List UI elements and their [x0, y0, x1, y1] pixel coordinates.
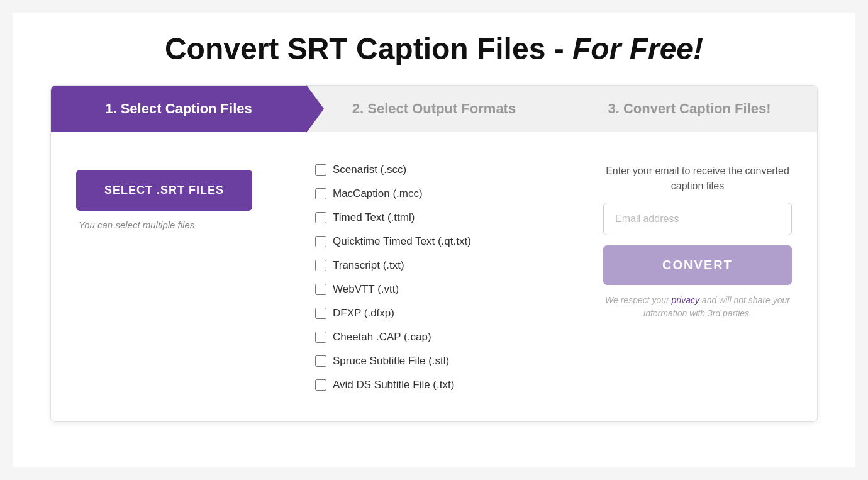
- convert-column: Enter your email to receive the converte…: [603, 157, 792, 403]
- select-hint: You can select multiple files: [79, 220, 194, 230]
- label-ttml[interactable]: Timed Text (.ttml): [333, 211, 415, 224]
- format-mcc: MacCaption (.mcc): [315, 187, 578, 200]
- content-area: SELECT .SRT FILES You can select multipl…: [51, 151, 817, 403]
- label-qt[interactable]: Quicktime Timed Text (.qt.txt): [333, 235, 471, 248]
- label-dfxp[interactable]: DFXP (.dfxp): [333, 307, 394, 320]
- select-files-column: SELECT .SRT FILES You can select multipl…: [76, 157, 290, 403]
- select-srt-files-button[interactable]: SELECT .SRT FILES: [76, 170, 252, 211]
- label-stl[interactable]: Spruce Subtitle File (.stl): [333, 355, 449, 367]
- format-avids: Avid DS Subtitle File (.txt): [315, 379, 578, 391]
- page-wrapper: 1. Select Caption Files Convert SRT Capt…: [13, 13, 855, 467]
- label-txt[interactable]: Transcript (.txt): [333, 259, 404, 272]
- convert-button[interactable]: CONVERT: [603, 245, 792, 285]
- format-vtt: WebVTT (.vtt): [315, 283, 578, 296]
- step-2[interactable]: 2. Select Output Formats: [306, 86, 562, 132]
- checkbox-dfxp[interactable]: [315, 308, 326, 319]
- checkbox-vtt[interactable]: [315, 284, 326, 295]
- checkbox-scc[interactable]: [315, 164, 326, 176]
- step-1[interactable]: 1. Select Caption Files: [51, 86, 306, 132]
- step-3[interactable]: 3. Convert Caption Files!: [562, 86, 817, 132]
- email-input[interactable]: [603, 203, 792, 235]
- steps-bar: 1. Select Caption Files 2. Select Output…: [51, 86, 817, 132]
- format-qt: Quicktime Timed Text (.qt.txt): [315, 235, 578, 248]
- label-cap[interactable]: Cheetah .CAP (.cap): [333, 331, 431, 343]
- label-scc[interactable]: Scenarist (.scc): [333, 164, 406, 176]
- privacy-note: We respect your privacy and will not sha…: [603, 294, 792, 320]
- output-formats-column: Scenarist (.scc) MacCaption (.mcc) Timed…: [315, 157, 578, 403]
- checkbox-txt[interactable]: [315, 260, 326, 271]
- email-description: Enter your email to receive the converte…: [603, 164, 792, 194]
- checkbox-cap[interactable]: [315, 332, 326, 343]
- format-cap: Cheetah .CAP (.cap): [315, 331, 578, 343]
- label-mcc[interactable]: MacCaption (.mcc): [333, 187, 423, 200]
- checkbox-stl[interactable]: [315, 355, 326, 367]
- format-scc: Scenarist (.scc): [315, 164, 578, 176]
- main-card: 1. Select Caption Files 2. Select Output…: [50, 85, 818, 422]
- format-txt: Transcript (.txt): [315, 259, 578, 272]
- privacy-link[interactable]: privacy: [672, 295, 699, 305]
- page-title: 1. Select Caption Files Convert SRT Capt…: [50, 31, 818, 66]
- format-dfxp: DFXP (.dfxp): [315, 307, 578, 320]
- format-stl: Spruce Subtitle File (.stl): [315, 355, 578, 367]
- checkbox-mcc[interactable]: [315, 188, 326, 199]
- format-ttml: Timed Text (.ttml): [315, 211, 578, 224]
- checkbox-avids[interactable]: [315, 379, 326, 391]
- label-vtt[interactable]: WebVTT (.vtt): [333, 283, 399, 296]
- checkbox-ttml[interactable]: [315, 212, 326, 223]
- label-avids[interactable]: Avid DS Subtitle File (.txt): [333, 379, 454, 391]
- checkbox-qt[interactable]: [315, 236, 326, 247]
